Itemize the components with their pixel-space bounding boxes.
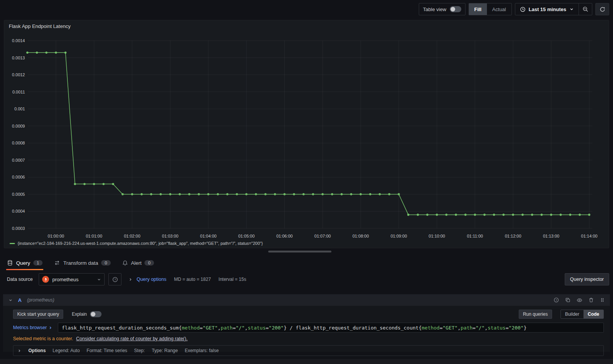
zoom-out-button[interactable] xyxy=(579,3,592,15)
query-toolbar-row: Kick start your query Explain Run querie… xyxy=(13,310,604,319)
fill-button[interactable]: Fill xyxy=(469,3,487,15)
chevron-down-icon xyxy=(97,277,101,282)
query-options-summary-row[interactable]: Options Legend: AutoFormat: Time seriesS… xyxy=(13,345,604,356)
svg-text:0.0012: 0.0012 xyxy=(12,72,25,77)
query-editor-card: A (prometheus) ? xyxy=(3,294,610,352)
promql-expression-input[interactable]: flask_http_request_duration_seconds_sum{… xyxy=(58,323,604,333)
query-row-body: Kick start your query Explain Run querie… xyxy=(3,306,610,356)
eye-icon[interactable] xyxy=(577,297,582,303)
svg-text:0.0014: 0.0014 xyxy=(12,38,25,43)
interval-text: Interval = 15s xyxy=(218,277,246,282)
query-ref-id[interactable]: A xyxy=(18,297,21,303)
svg-text:01:12:00: 01:12:00 xyxy=(505,234,521,238)
datasource-name: prometheus xyxy=(52,277,94,282)
explain-control: Explain xyxy=(72,311,101,317)
metrics-browser-toggle[interactable]: Metrics browser xyxy=(13,325,52,330)
time-range-label: Last 15 minutes xyxy=(529,7,566,12)
run-queries-button[interactable]: Run queries xyxy=(519,310,552,319)
options-summary: Legend: AutoFormat: Time seriesStep:Type… xyxy=(52,348,219,353)
tab-transform-label: Transform data xyxy=(63,260,98,266)
builder-code-switch: Builder Code xyxy=(561,310,604,319)
svg-text:01:05:00: 01:05:00 xyxy=(238,234,255,238)
query-row-actions: ? xyxy=(554,297,605,303)
refresh-icon xyxy=(596,3,609,15)
options-summary-item: Legend: Auto xyxy=(52,348,80,353)
options-summary-item: Format: Time series xyxy=(87,348,127,353)
chevron-right-icon xyxy=(48,326,52,330)
query-inspector-button[interactable]: Query inspector xyxy=(565,273,609,285)
explain-toggle[interactable] xyxy=(90,311,102,317)
legend-series-label[interactable]: {instance="ec2-184-169-216-224.us-west-1… xyxy=(18,241,263,246)
svg-text:0.001: 0.001 xyxy=(14,107,25,111)
svg-text:01:14:00: 01:14:00 xyxy=(581,234,598,238)
database-icon xyxy=(7,260,13,266)
svg-text:01:13:00: 01:13:00 xyxy=(543,234,559,238)
svg-text:0.0007: 0.0007 xyxy=(12,158,25,162)
svg-text:0.0006: 0.0006 xyxy=(12,175,25,179)
editor-tabs: Query 1 Transform data 0 Alert 0 xyxy=(7,257,154,269)
tab-query[interactable]: Query 1 xyxy=(7,257,43,269)
pane-resize-handle[interactable] xyxy=(268,251,331,253)
actual-button[interactable]: Actual xyxy=(487,3,511,15)
question-circle-icon: ? xyxy=(112,277,118,282)
table-view-control: Table view xyxy=(419,3,465,15)
code-option[interactable]: Code xyxy=(583,310,603,318)
duplicate-icon[interactable] xyxy=(565,297,570,303)
datasource-help-button[interactable]: ? xyxy=(108,273,121,285)
query-datasource-hint: (prometheus) xyxy=(27,297,54,303)
next-section-edge xyxy=(0,359,613,364)
metrics-browser-label: Metrics browser xyxy=(13,325,47,330)
options-summary-item: Exemplars: false xyxy=(185,348,219,353)
svg-text:?: ? xyxy=(114,278,116,281)
kick-start-query-button[interactable]: Kick start your query xyxy=(13,310,63,319)
collapse-chevron-icon[interactable] xyxy=(8,298,13,302)
tab-alert-badge: 0 xyxy=(144,260,154,266)
time-range-picker[interactable]: Last 15 minutes xyxy=(515,3,579,15)
datasource-row: Data source prometheus ? Query options M… xyxy=(7,273,609,286)
svg-text:01:10:00: 01:10:00 xyxy=(429,234,445,238)
tab-query-badge: 1 xyxy=(33,260,43,266)
options-summary-item: Step: xyxy=(134,348,145,353)
options-summary-item: Type: Range xyxy=(152,348,178,353)
svg-text:01:09:00: 01:09:00 xyxy=(390,234,407,238)
svg-text:01:01:00: 01:01:00 xyxy=(86,234,102,238)
options-label: Options xyxy=(28,348,46,353)
add-rate-link[interactable]: Consider calculating rate of counter by … xyxy=(76,336,188,341)
drag-handle-icon[interactable] xyxy=(600,297,605,303)
svg-text:?: ? xyxy=(556,298,557,302)
tab-transform-data[interactable]: Transform data 0 xyxy=(54,257,110,269)
svg-text:01:11:00: 01:11:00 xyxy=(467,234,483,238)
help-icon[interactable]: ? xyxy=(554,297,559,303)
zoom-out-icon xyxy=(582,6,588,12)
svg-text:0.0013: 0.0013 xyxy=(12,56,25,60)
panel-editor: Table view Fill Actual Last 15 minutes xyxy=(0,0,613,364)
legend-series-marker xyxy=(10,243,15,244)
chevron-right-icon xyxy=(128,277,133,282)
svg-text:01:02:00: 01:02:00 xyxy=(124,234,140,238)
svg-text:01:00:00: 01:00:00 xyxy=(48,234,64,238)
fill-actual-group: Fill Actual xyxy=(469,3,512,15)
builder-option[interactable]: Builder xyxy=(561,310,583,318)
latency-chart[interactable]: 0.00140.00130.00120.00110.0010.00090.000… xyxy=(4,32,610,241)
query-row-header[interactable]: A (prometheus) ? xyxy=(3,294,610,306)
query-expression-row: Metrics browser flask_http_request_durat… xyxy=(13,323,604,333)
tab-alert[interactable]: Alert 0 xyxy=(122,257,154,269)
bell-icon xyxy=(122,260,128,266)
chevron-right-icon xyxy=(17,349,21,353)
explain-label: Explain xyxy=(72,312,87,317)
svg-text:01:07:00: 01:07:00 xyxy=(315,234,331,238)
chevron-down-icon xyxy=(569,7,574,11)
tab-alert-label: Alert xyxy=(131,260,142,266)
svg-text:0.0004: 0.0004 xyxy=(12,209,25,213)
trash-icon[interactable] xyxy=(588,297,594,303)
counter-warning-row: Selected metric is a counter. Consider c… xyxy=(13,336,604,341)
query-options-toggle[interactable]: Query options xyxy=(128,277,166,282)
table-view-toggle[interactable] xyxy=(450,6,461,12)
svg-text:01:06:00: 01:06:00 xyxy=(276,234,293,238)
time-controls-group: Last 15 minutes xyxy=(515,3,592,15)
panel-title: Flask App Endpoint Latency xyxy=(9,23,70,29)
refresh-button[interactable] xyxy=(595,3,609,15)
svg-text:0.0009: 0.0009 xyxy=(12,124,25,128)
datasource-select[interactable]: prometheus xyxy=(39,273,105,285)
svg-text:0.0008: 0.0008 xyxy=(12,141,25,145)
